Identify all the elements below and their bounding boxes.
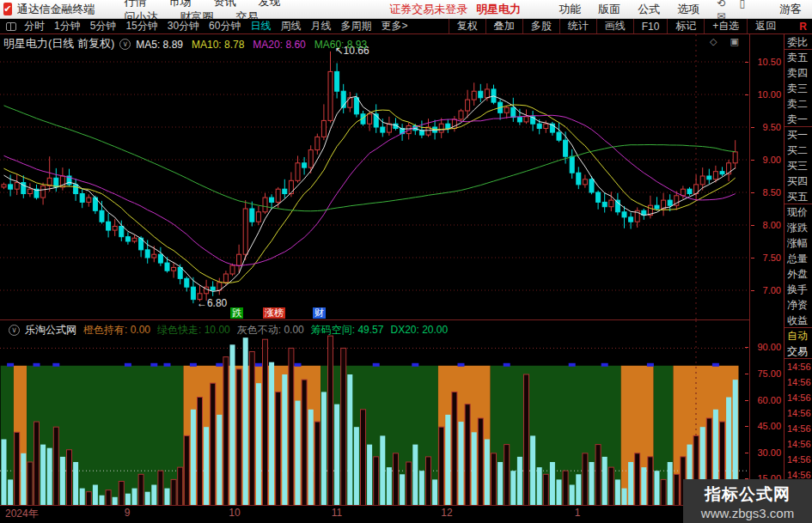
sidebar-row-买四: 买四 (785, 173, 812, 189)
menu-item-功能[interactable]: 功能 (559, 2, 581, 17)
blue-mark (412, 363, 418, 367)
tick-time: 14:56 (785, 452, 812, 467)
sidebar-row-换手: 换手 (785, 282, 812, 297)
chevron-down-icon[interactable]: ∨ (119, 39, 131, 50)
phone-icon[interactable]: ▯ (739, 0, 745, 9)
sidebar-row-买五: 买五 (785, 189, 812, 204)
date-label: 9 (125, 507, 131, 519)
sidebar-row-涨幅: 涨幅 (785, 235, 812, 251)
blue-mark (373, 363, 380, 367)
ma-label: MA60: 8.93 (314, 39, 367, 51)
toolbar-item-F10[interactable]: F10 (633, 19, 668, 33)
event-tag-跌[interactable]: 跌 (230, 307, 243, 319)
toolbar-item-多股[interactable]: 多股 (522, 19, 559, 33)
date-label: 12 (441, 507, 452, 519)
period-toolbar: 分时1分钟5分钟15分钟30分钟60分钟日线周线月线多周期更多> 复权叠加多股统… (0, 19, 812, 34)
indicator-param: 筹码空间: 49.57 (311, 324, 384, 336)
signal-zone-g (491, 366, 621, 506)
chart-corner-tools-icon[interactable]: ◇ ▣ (710, 36, 744, 47)
sidebar-row-现价: 现价 (785, 204, 812, 220)
indicator-tick: 30.00 (757, 447, 781, 458)
ma-labels: MA5: 8.89MA10: 8.78MA20: 8.60MA60: 8.93 (136, 38, 375, 51)
indicator-axis: 90.0075.0060.0045.0030.0015.00 (749, 319, 784, 505)
event-tag-财[interactable]: 财 (313, 307, 326, 319)
ma-label: MA20: 8.60 (253, 39, 305, 51)
trade-login-status[interactable]: 证券交易未登录 (389, 2, 467, 17)
menu-bar: ✔ 通达信金融终端 行情市场资讯发现问小达财富圈交易 证券交易未登录 明星电力 … (0, 0, 812, 19)
period-item-30分钟[interactable]: 30分钟 (168, 20, 199, 32)
blue-mark (125, 363, 131, 367)
sidebar-row-买一: 买一 (785, 127, 812, 143)
date-label: 11 (332, 507, 342, 519)
feedback-icon[interactable]: ⟲ (717, 0, 725, 9)
toolbar-item-返回[interactable]: 返回 (747, 19, 784, 33)
sidebar-row-卖五: 卖五 (785, 50, 812, 65)
menu-item-发现[interactable]: 发现 (259, 0, 281, 8)
low-price-label: ←6.80 (197, 297, 227, 309)
sidebar-row-收益: 收益 (785, 313, 812, 328)
indicator-tick: 75.00 (757, 368, 781, 379)
user-guest-label[interactable]: 游客 (779, 2, 802, 17)
tdx-terminal-window: ✔ 通达信金融终端 行情市场资讯发现问小达财富圈交易 证券交易未登录 明星电力 … (0, 0, 812, 523)
watermark: 指标公式网 www.zbgs3.com (683, 479, 812, 523)
period-item-60分钟[interactable]: 60分钟 (209, 20, 241, 32)
tick-time: 14:56 (785, 436, 812, 452)
sidebar-row-卖四: 卖四 (785, 65, 812, 81)
blue-mark (601, 363, 608, 367)
blue-mark (150, 363, 157, 367)
ma-label: MA5: 8.89 (136, 39, 183, 51)
indicator-header: ∨ 乐淘公式网 橙色持有: 0.00绿色快走: 10.00灰色不动: 0.00筹… (3, 323, 455, 338)
price-tick: 10.00 (757, 89, 781, 100)
toolbar-item-标记[interactable]: 标记 (667, 19, 704, 33)
menu-item-选项[interactable]: 选项 (677, 2, 699, 17)
layout-split-icon[interactable] (6, 22, 16, 31)
period-item-多周期[interactable]: 多周期 (340, 20, 371, 32)
menu-item-版面[interactable]: 版面 (598, 2, 620, 17)
sidebar-row-买三: 买三 (785, 158, 812, 173)
price-tick: 7.00 (763, 285, 781, 295)
price-tick: 7.50 (763, 252, 781, 263)
event-tag-涨榜[interactable]: 涨榜 (263, 307, 285, 319)
blue-mark (34, 363, 40, 367)
chart-title: 明星电力(日线 前复权) (3, 36, 114, 52)
main-chart-area[interactable]: 明星电力(日线 前复权) ∨ MA5: 8.89MA10: 8.78MA20: … (0, 34, 749, 319)
price-tick: 10.50 (757, 57, 781, 67)
tick-time: 14:56 (785, 405, 812, 421)
toolbar-item-统计[interactable]: 统计 (559, 19, 596, 33)
menu-item-资讯[interactable]: 资讯 (214, 0, 236, 8)
chevron-down-icon[interactable]: ∨ (9, 325, 20, 336)
sidebar-row-净资: 净资 (785, 297, 812, 313)
period-item-更多>[interactable]: 更多> (381, 20, 407, 32)
menu-right-items: 功能版面公式选项 (559, 2, 717, 17)
menu-item-行情[interactable]: 行情 (125, 0, 147, 8)
blue-mark (52, 363, 59, 367)
app-title: 通达信金融终端 (17, 2, 95, 17)
period-item-15分钟[interactable]: 15分钟 (125, 20, 157, 32)
period-item-5分钟[interactable]: 5分钟 (90, 20, 117, 32)
sidebar-button-交易[interactable]: 交易 (785, 344, 812, 359)
toolbar-item-+自选[interactable]: +自选 (704, 19, 747, 33)
indicator-chart (0, 320, 749, 506)
indicator-params: 橙色持有: 0.00绿色快走: 10.00灰色不动: 0.00筹码空间: 49.… (83, 323, 455, 338)
indicator-tick: 60.00 (757, 395, 781, 405)
menu-item-公式[interactable]: 公式 (638, 2, 660, 17)
period-item-日线[interactable]: 日线 (250, 20, 271, 32)
indicator-panel[interactable]: ∨ 乐淘公式网 橙色持有: 0.00绿色快走: 10.00灰色不动: 0.00筹… (0, 319, 749, 505)
toolbar-item-叠加[interactable]: 叠加 (485, 19, 522, 33)
period-item-1分钟[interactable]: 1分钟 (54, 20, 81, 32)
period-item-周线[interactable]: 周线 (280, 20, 301, 32)
menu-item-市场[interactable]: 市场 (169, 0, 192, 8)
period-item-月线[interactable]: 月线 (310, 20, 331, 32)
period-item-分时[interactable]: 分时 (24, 20, 45, 32)
indicator-param: 橙色持有: 0.00 (83, 324, 150, 336)
blue-mark (255, 363, 262, 367)
tick-time: 14:56 (785, 421, 812, 436)
sidebar-row-卖三: 卖三 (785, 81, 812, 96)
current-stock-name[interactable]: 明星电力 (476, 2, 521, 17)
sidebar-row-卖一: 卖一 (785, 112, 812, 127)
toolbar-item-复权[interactable]: 复权 (449, 19, 485, 33)
sidebar-row-委比: 委比 (785, 34, 812, 50)
sidebar-button-自动[interactable]: 自动 (785, 328, 812, 344)
toolbar-item-画线[interactable]: 画线 (596, 19, 633, 33)
toolbar-right-items: 复权叠加多股统计画线F10标记+自选返回 (449, 19, 785, 33)
